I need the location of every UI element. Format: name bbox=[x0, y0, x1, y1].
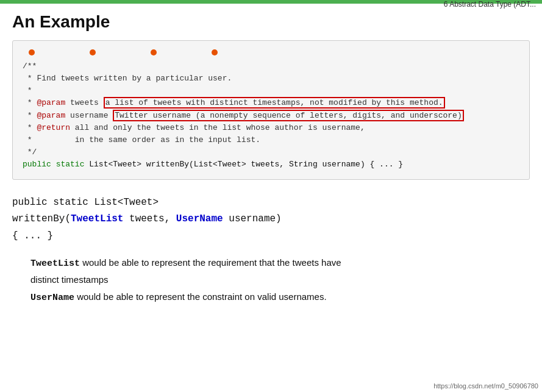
code-line-8: */ bbox=[23, 146, 519, 159]
lower-code-text-1: public static List<Tweet> bbox=[12, 197, 159, 208]
code-line-7: * in the same order as in the input list… bbox=[23, 134, 519, 146]
code-line-2: * Find tweets written by a particular us… bbox=[23, 73, 519, 85]
desc-username-link: UserName bbox=[30, 293, 74, 303]
code-line-5: * @param username Twitter username (a no… bbox=[23, 110, 519, 122]
code-signature: public static List<Tweet> writtenBy(List… bbox=[23, 159, 519, 171]
watermark-text: https://blog.csdn.net/m0_50906780 bbox=[433, 382, 538, 390]
progress-dot-1 bbox=[29, 49, 35, 55]
page-content: An Example /** * Find tweets written by … bbox=[0, 4, 542, 319]
progress-dot-4 bbox=[212, 49, 218, 55]
description-block: TweetList would be able to represent the… bbox=[12, 255, 530, 305]
watermark: https://blog.csdn.net/m0_50906780 bbox=[433, 382, 538, 390]
top-label: 6 Abstract Data Type (ADT... bbox=[444, 0, 536, 9]
lower-code-line1: public static List<Tweet> bbox=[12, 194, 530, 211]
lower-code-suffix: username) bbox=[223, 213, 282, 224]
desc-line-3: UserName would be able to represent the … bbox=[30, 290, 530, 305]
top-label-text: 6 Abstract Data Type (ADT bbox=[444, 0, 530, 9]
desc-tweetlist-link: TweetList bbox=[30, 258, 80, 269]
code-block-container: /** * Find tweets written by a particula… bbox=[12, 40, 530, 180]
section-title: An Example bbox=[12, 12, 530, 32]
code-line-3: * bbox=[23, 85, 519, 97]
code-line-6: * @return all and only the tweets in the… bbox=[23, 122, 519, 134]
username-type: UserName bbox=[176, 213, 223, 224]
desc-line-1-text: would be able to represent the requireme… bbox=[80, 257, 341, 268]
lower-code-section: public static List<Tweet> writtenBy(Twee… bbox=[12, 194, 530, 244]
code-line-1: /** bbox=[23, 60, 519, 73]
progress-dot-2 bbox=[90, 49, 96, 55]
lower-code-line2: writtenBy(TweetList tweets, UserName use… bbox=[12, 211, 530, 227]
progress-dots bbox=[23, 49, 519, 55]
lower-code: public static List<Tweet> writtenBy(Twee… bbox=[12, 194, 530, 244]
desc-line-2: distinct timestamps bbox=[30, 273, 530, 287]
lower-code-line3: { ... } bbox=[12, 228, 530, 244]
desc-line-1: TweetList would be able to represent the… bbox=[30, 255, 530, 271]
highlight-box-1: a list of tweets with distinct timestamp… bbox=[104, 97, 445, 109]
lower-code-text-3: { ... } bbox=[12, 230, 53, 241]
code-line-4: * @param tweets a list of tweets with di… bbox=[23, 97, 519, 109]
lower-code-mid: tweets, bbox=[123, 213, 176, 224]
code-area: /** * Find tweets written by a particula… bbox=[23, 60, 519, 171]
progress-dot-3 bbox=[151, 49, 157, 55]
desc-line-3-text: would be able to represent the constrain… bbox=[74, 291, 327, 302]
desc-line-2-text: distinct timestamps bbox=[30, 274, 109, 285]
highlight-box-2: Twitter username (a nonempty sequence of… bbox=[113, 110, 464, 121]
lower-code-indent: writtenBy( bbox=[12, 213, 71, 224]
tweetlist-type: TweetList bbox=[71, 213, 123, 224]
